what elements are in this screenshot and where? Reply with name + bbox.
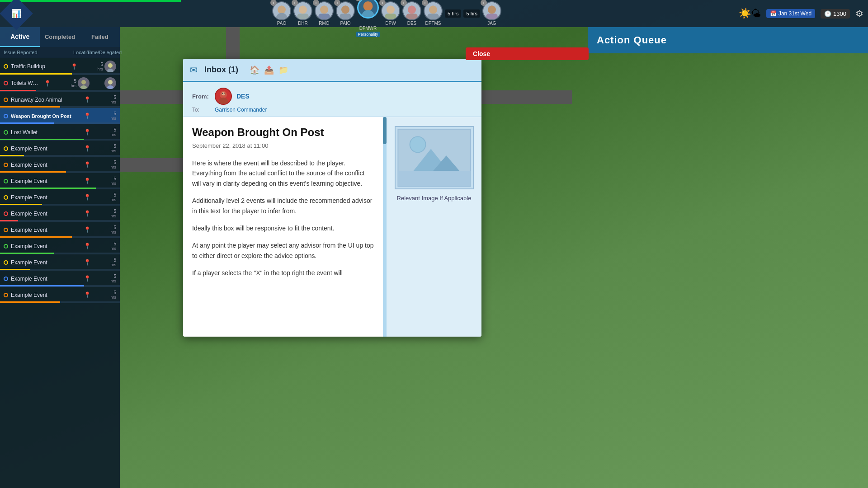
label-PAO: PAO [277,21,286,26]
time-weapon: 5 hrs [94,111,116,121]
issue-row-example-9[interactable]: Example Event 📍 5hrs [0,271,120,287]
message-scrollbar[interactable] [383,117,387,337]
location-zoo: 📍 [83,96,92,103]
inbox-body: Weapon Brought On Post September 22, 201… [183,117,481,337]
message-para-2: Additionally level 2 events will include… [192,196,374,216]
issue-row-weapon[interactable]: Weapon Brought On Post 📍 5 hrs [0,108,120,124]
advisor-PAO[interactable]: i PAO [272,1,291,26]
pin-icon: 📍 [84,178,91,184]
svg-rect-3 [297,14,308,19]
pin-icon: 📍 [84,226,91,233]
sender-name[interactable]: DES [236,93,250,100]
advisor-DHR[interactable]: i DHR [293,1,312,26]
svg-rect-13 [406,14,417,19]
issue-row-example-7[interactable]: Example Event 📍 5hrs [0,238,120,254]
pin-icon: 📍 [84,113,91,119]
time-e3: 5hrs [94,176,116,186]
tab-active[interactable]: Active [0,27,40,47]
label-DFMWR: DFMWR [359,26,377,31]
dfmwr-subtitle: Personality [356,32,380,37]
label-DES: DES [407,21,417,26]
progress-fill-toilets [0,90,36,91]
advisor-JAG[interactable]: i JAG [482,1,501,26]
logo[interactable]: 📊 [0,0,33,30]
folder-icon-1[interactable]: 🏠 [250,65,259,75]
pb-e2 [0,171,120,173]
from-label: From: [192,93,210,100]
pb-e9 [0,285,120,286]
issue-name-e7: Example Event [11,243,81,249]
indicator-e10 [4,293,8,297]
action-queue-title: Action Queue [597,34,667,46]
issue-row-zoo[interactable]: Runaway Zoo Animal 📍 5 hrs [0,92,120,108]
folder-icon-3[interactable]: 📁 [278,65,288,75]
inbox-header: ✉ Inbox (1) 🏠 📤 📁 [183,59,481,82]
location-e9: 📍 [83,275,92,282]
issue-row-toilets[interactable]: Toilets Won't Flush 📍 5 hrs [0,75,120,92]
indicator-e8 [4,260,8,265]
logo-icon: 📊 [11,9,21,19]
inbox-from-section: From: DES To: Garrison Commander [183,82,481,117]
header-issue: Issue Reported [4,50,73,55]
indicator-zoo [4,98,8,102]
pb-e6 [0,236,120,238]
svg-point-21 [80,85,87,89]
issue-row-example-2[interactable]: Example Event 📍 5hrs [0,157,120,173]
issue-name-toilets: Toilets Won't Flush [11,80,41,86]
label-DHR: DHR [298,21,308,26]
issue-row-example-3[interactable]: Example Event 📍 5hrs [0,173,120,189]
advisor-DFMWR[interactable]: i Personality DFMWR [357,0,379,31]
advisor-RMO[interactable]: i RMO [315,1,334,26]
issue-row-traffic-buildup[interactable]: Traffic Buildup 📍 5 hrs [0,58,120,75]
label-JAG: JAG [487,21,496,26]
pin-icon: 📍 [84,129,91,136]
scrollbar-thumb[interactable] [383,117,387,144]
location-e3: 📍 [83,178,92,184]
hours-indicator-2: 5 hrs [463,9,480,18]
issue-row-example-8[interactable]: Example Event 📍 5hrs [0,254,120,271]
label-RMO: RMO [319,21,329,26]
pin-icon: 📍 [84,194,91,201]
advisor-DES[interactable]: i DES [402,1,421,26]
svg-point-18 [108,63,113,68]
advisor-DPTMS[interactable]: i DPTMS [424,1,443,26]
advisor-PAIO[interactable]: i PAIO [336,1,355,26]
issue-row-example-6[interactable]: Example Event 📍 5hrs [0,222,120,238]
issue-row-example-5[interactable]: Example Event 📍 5hrs [0,206,120,222]
message-para-4: At any point the player may select any a… [192,240,374,261]
issue-name-e4: Example Event [11,194,81,201]
advisor-DPW[interactable]: i DPW [381,1,400,26]
sidebar-column-headers: Issue Reported Location Time/Delegated [0,47,120,58]
time-e10: 5hrs [94,290,116,300]
issue-list: Traffic Buildup 📍 5 hrs Toilets Won't Fl… [0,58,120,488]
clock-icon: 🕐 [824,10,831,17]
svg-point-22 [108,80,113,84]
issue-row-example-1[interactable]: Example Event 📍 5hrs [0,141,120,157]
progress-fill-zoo [0,106,60,108]
message-para-1: Here is where the event will be describe… [192,158,374,188]
svg-point-16 [488,5,496,14]
close-button[interactable]: Close [466,47,589,60]
folder-icon-2[interactable]: 📤 [264,65,274,75]
issue-row-example-10[interactable]: Example Event 📍 5hrs [0,287,120,303]
issue-name-e6: Example Event [11,227,81,233]
from-row: From: DES [192,88,472,105]
label-PAIO: PAIO [340,21,350,26]
svg-point-10 [387,5,395,14]
issue-name-e10: Example Event [11,292,81,298]
message-para-3: Ideally this box will be responsive to f… [192,223,374,233]
location-toilets: 📍 [43,80,52,87]
issue-row-wallet[interactable]: Lost Wallet 📍 5 hrs [0,124,120,141]
pin-icon: 📍 [44,80,51,87]
pin-icon: 📍 [84,210,91,217]
settings-icon[interactable]: ⚙ [855,8,863,19]
svg-point-26 [222,92,225,95]
location-e1: 📍 [83,145,92,152]
svg-point-20 [81,80,86,84]
pin-icon: 📍 [84,243,91,249]
time-e9: 5hrs [94,274,116,283]
issue-row-example-4[interactable]: Example Event 📍 5hrs [0,189,120,206]
calendar-icon: 📅 [770,10,777,17]
svg-point-19 [107,69,114,72]
svg-point-6 [341,5,349,14]
